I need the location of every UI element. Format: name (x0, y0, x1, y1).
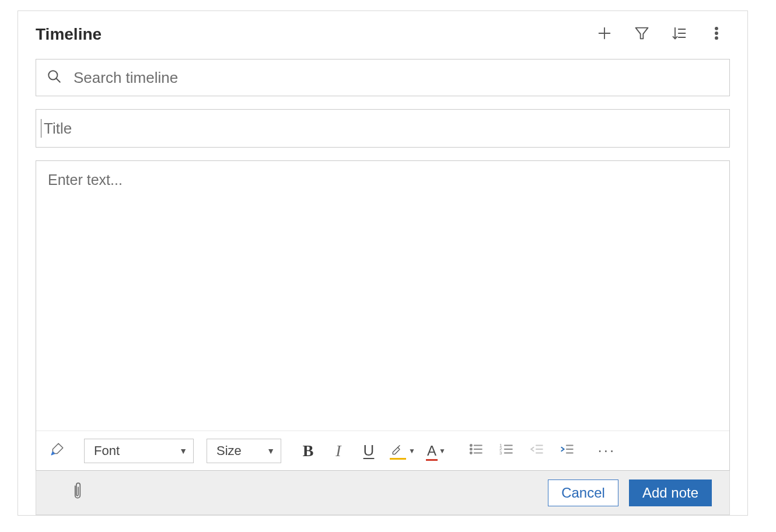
bold-icon: B (303, 442, 314, 460)
rich-text-toolbar: Font ▼ Size ▼ B I U (36, 430, 729, 470)
svg-point-16 (470, 452, 472, 453)
vertical-ellipsis-icon (708, 25, 725, 44)
font-size-label: Size (216, 443, 242, 459)
plus-icon (596, 25, 613, 44)
footer-right: Cancel Add note (548, 480, 712, 506)
caret-down-icon: ▼ (267, 446, 275, 456)
attach-file-button[interactable] (70, 482, 85, 504)
more-commands-button[interactable] (707, 24, 726, 44)
underline-button[interactable]: U (356, 439, 382, 463)
font-color-icon: A (427, 443, 436, 459)
note-title-field[interactable] (36, 109, 730, 148)
bullet-list-button[interactable] (463, 439, 489, 463)
format-painter-button[interactable] (44, 439, 70, 463)
outdent-button[interactable] (524, 439, 550, 463)
numbered-list-button[interactable]: 123 (494, 439, 519, 463)
highlighter-icon (390, 443, 406, 459)
note-body-input[interactable]: Enter text... (36, 161, 729, 430)
svg-marker-2 (636, 28, 648, 39)
caret-down-icon: ▼ (179, 446, 187, 456)
font-size-selector[interactable]: Size ▼ (207, 439, 281, 463)
sort-icon (671, 25, 687, 44)
search-timeline-field[interactable] (36, 59, 730, 96)
add-record-button[interactable] (595, 24, 614, 44)
svg-line-11 (56, 78, 60, 82)
numbered-list-icon: 123 (499, 442, 514, 460)
filter-button[interactable] (632, 24, 652, 44)
timeline-header: Timeline (36, 23, 730, 51)
underline-icon: U (363, 442, 375, 460)
indent-icon (560, 442, 575, 460)
paintbrush-icon (50, 442, 65, 460)
outdent-icon (529, 442, 544, 460)
svg-point-9 (715, 37, 718, 40)
italic-icon: I (335, 442, 341, 460)
note-editor: Enter text... Font ▼ Size (36, 160, 730, 471)
bold-button[interactable]: B (295, 439, 321, 463)
svg-point-14 (470, 448, 472, 450)
more-formatting-button[interactable]: ··· (594, 439, 620, 463)
text-cursor (41, 119, 41, 138)
sort-button[interactable] (669, 24, 689, 44)
caret-down-icon: ▼ (408, 447, 415, 455)
search-icon (47, 69, 72, 86)
font-family-selector[interactable]: Font ▼ (84, 439, 194, 463)
font-color-button[interactable]: A ▼ (424, 439, 449, 463)
page-frame: Timeline (0, 0, 776, 532)
bullet-list-icon (469, 442, 484, 460)
svg-text:3: 3 (499, 450, 502, 455)
paperclip-icon (70, 482, 85, 504)
add-note-button[interactable]: Add note (629, 480, 712, 506)
horizontal-ellipsis-icon: ··· (598, 442, 616, 460)
timeline-panel: Timeline (18, 10, 748, 516)
search-input[interactable] (72, 68, 719, 88)
svg-point-7 (715, 27, 718, 30)
timeline-header-actions (595, 24, 726, 44)
footer-left (70, 482, 85, 504)
note-title-input[interactable] (43, 119, 725, 138)
note-footer: Cancel Add note (36, 471, 730, 515)
indent-button[interactable] (554, 439, 580, 463)
svg-point-12 (470, 444, 472, 446)
highlight-color-button[interactable]: ▼ (386, 439, 419, 463)
svg-point-8 (715, 32, 718, 35)
funnel-icon (634, 25, 650, 44)
caret-down-icon: ▼ (439, 447, 446, 455)
font-family-label: Font (94, 443, 120, 459)
timeline-title: Timeline (36, 25, 102, 44)
italic-button[interactable]: I (326, 439, 351, 463)
cancel-button[interactable]: Cancel (548, 480, 618, 506)
